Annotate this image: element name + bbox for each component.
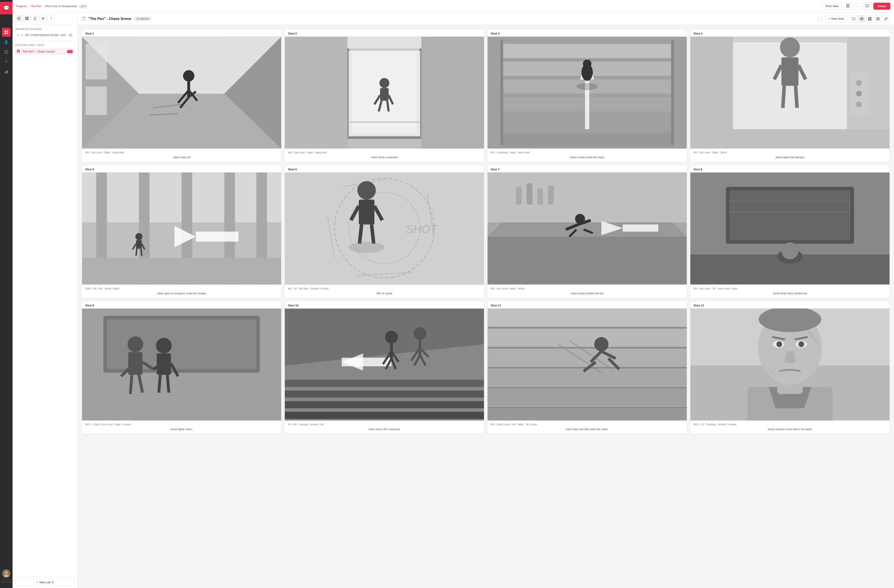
sidebar-content: IMPORTED SCENES ☰ 1 · INT. CONFERENCE RO… — [12, 24, 77, 576]
more-button[interactable]: ··· — [854, 3, 861, 10]
svg-line-114 — [783, 86, 784, 108]
svg-rect-81 — [380, 88, 388, 101]
analytics-icon — [5, 70, 8, 74]
grid-tool-icon — [25, 17, 29, 20]
sidebar: ? IMPORTED SCENES ☰ 1 · INT. CONFERENCE … — [12, 12, 77, 588]
svg-point-203 — [385, 331, 398, 343]
shot-card-8[interactable]: Shot 8 — [690, 165, 889, 298]
new-shot-plus-icon: + — [828, 17, 830, 20]
svg-rect-22 — [17, 19, 20, 20]
shot-card-4[interactable]: Shot 4 — [690, 30, 889, 162]
svg-rect-158 — [527, 183, 532, 205]
icon-bar: 💬 ← 👤 — [0, 0, 12, 588]
nav-people[interactable]: 👤 — [2, 38, 11, 47]
shot-card-7[interactable]: Shot 7 — [488, 165, 687, 298]
sidebar-tool-mobile[interactable] — [32, 15, 39, 22]
shot-6-image: SHOT — [285, 172, 484, 284]
shot-card-12[interactable]: Shot 12 — [690, 301, 889, 434]
svg-rect-128 — [82, 258, 281, 284]
breadcrumb-project[interactable]: The Pen — [30, 5, 41, 8]
view-film-button[interactable] — [874, 15, 882, 23]
shot-card-2[interactable]: Shot 2 — [285, 30, 484, 162]
shot-3-header: Shot 3 — [488, 30, 687, 36]
made-by-label: Made ByLeanometry — [1, 578, 12, 583]
shot-2-header: Shot 2 — [285, 30, 484, 36]
shot-card-11[interactable]: Shot 11 — [488, 301, 687, 434]
shot-card-5[interactable]: Shot 5 — [82, 165, 281, 298]
svg-rect-42 — [870, 17, 871, 19]
version-badge[interactable]: v2 ▾ — [79, 4, 88, 8]
shot-7-body: WS · Eye Level · Static · Sticks Intern … — [488, 285, 687, 298]
scene-main-title: "The Pen" - Chase Scene — [88, 17, 131, 21]
scenes-icon — [4, 50, 8, 54]
svg-rect-10 — [5, 72, 6, 73]
app-logo[interactable]: 💬 — [0, 2, 12, 14]
list-tool-icon — [17, 17, 20, 20]
sidebar-scene-item[interactable]: ☰ 1 · INT. CONFERENCE ROOM · DAY 0 — [15, 32, 75, 38]
svg-point-14 — [5, 571, 8, 574]
imported-scenes-title: IMPORTED SCENES — [15, 28, 75, 30]
shots-count-badge: 12 SHOTS — [134, 17, 152, 21]
shot-2-image — [285, 36, 484, 149]
svg-point-246 — [799, 342, 804, 347]
view-list-button[interactable] — [858, 15, 865, 23]
nav-storyboard[interactable] — [2, 28, 11, 37]
svg-rect-23 — [25, 17, 27, 18]
svg-rect-200 — [285, 412, 484, 419]
dots-icon: ··· — [856, 5, 859, 8]
sidebar-tool-help[interactable]: ? — [47, 15, 55, 22]
shot-card-10[interactable]: Shot 10 — [285, 301, 484, 434]
document-button[interactable] — [844, 3, 852, 10]
shot-list-grid-icon — [17, 50, 20, 53]
breadcrumb-projects[interactable]: Projects — [16, 5, 27, 8]
nav-back[interactable]: ← — [2, 18, 11, 27]
sidebar-tool-grid[interactable] — [23, 15, 30, 22]
select-all-checkbox[interactable] — [818, 17, 822, 21]
shot-12-desc: Jamie watches Intern fall to his death. — [693, 428, 886, 432]
shot-list-count: 12 — [67, 50, 73, 53]
shot-card-3[interactable]: Shot 3 — [488, 30, 687, 162]
shot-12-header: Shot 12 — [690, 301, 889, 308]
svg-point-101 — [581, 63, 593, 81]
single-view-icon — [852, 18, 855, 20]
shot-card-1[interactable]: Shot 1 — [82, 30, 281, 162]
shot-4-desc: Jamie takes the elevator — [693, 156, 886, 160]
people-icon: 👤 — [4, 40, 9, 44]
user-avatar[interactable] — [2, 569, 10, 577]
view-grid-button[interactable] — [866, 15, 873, 23]
view-single-button[interactable] — [850, 15, 857, 23]
svg-rect-154 — [488, 237, 687, 284]
shots-grid: Shot 1 — [82, 30, 889, 434]
svg-rect-63 — [86, 86, 107, 115]
svg-point-151 — [349, 242, 385, 253]
svg-line-192 — [159, 375, 160, 393]
new-shot-label: New Shot — [832, 17, 844, 20]
mobile-tool-icon — [34, 17, 36, 20]
grid-view-icon — [868, 17, 871, 20]
scene-list-icon: ☰ — [17, 33, 20, 37]
link-button[interactable] — [882, 15, 889, 23]
svg-point-209 — [414, 327, 426, 340]
sidebar-tool-list[interactable] — [15, 15, 23, 22]
new-list-button[interactable]: + New List ▾ — [15, 579, 75, 586]
sidebar-shot-list-item[interactable]: "The Pen" - Chase Scene 12 — [15, 48, 75, 55]
svg-rect-218 — [488, 329, 687, 346]
shot-card-6[interactable]: Shot 6 — [285, 165, 484, 298]
svg-rect-21 — [17, 18, 20, 19]
svg-point-145 — [357, 181, 376, 200]
shot-card-9[interactable]: Shot 9 — [82, 301, 281, 434]
shot-11-desc: Intern trips and falls down the stairs. — [491, 428, 684, 432]
comment-button[interactable] — [863, 3, 871, 10]
sidebar-tool-settings[interactable] — [39, 15, 47, 22]
share-button[interactable]: Share — [873, 3, 890, 10]
svg-rect-3 — [6, 33, 8, 34]
svg-rect-5 — [4, 52, 8, 52]
svg-rect-160 — [548, 185, 554, 205]
nav-filter[interactable] — [2, 57, 11, 67]
print-view-button[interactable]: Print View — [822, 3, 842, 9]
nav-analytics[interactable] — [2, 67, 11, 76]
nav-scenes[interactable] — [2, 47, 11, 56]
svg-rect-43 — [868, 19, 870, 20]
new-shot-button[interactable]: + New Shot — [825, 15, 847, 22]
svg-rect-137 — [285, 172, 484, 284]
